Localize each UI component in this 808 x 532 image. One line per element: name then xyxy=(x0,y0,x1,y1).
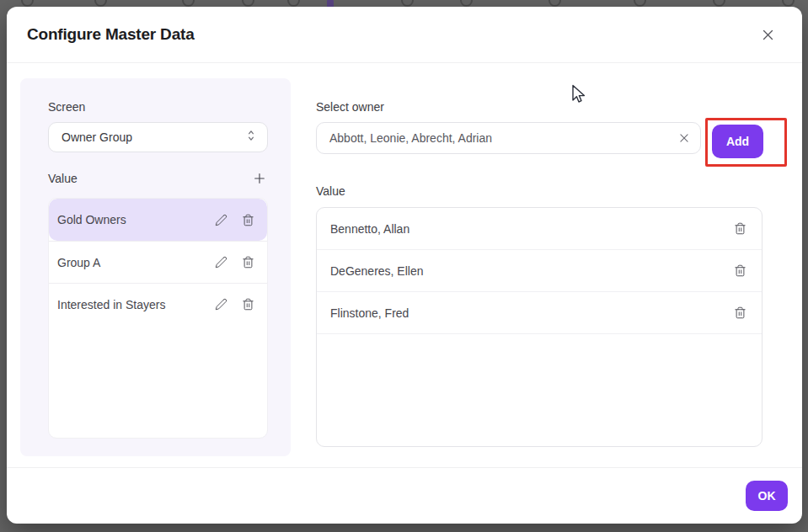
list-item[interactable]: Gold Owners xyxy=(49,199,267,241)
dialog-header: Configure Master Data xyxy=(7,7,802,63)
pencil-icon[interactable] xyxy=(213,212,229,228)
configure-master-data-dialog: Configure Master Data Screen Owner Group xyxy=(7,7,802,524)
dialog-body: Screen Owner Group Value xyxy=(7,63,802,467)
backdrop-artifact xyxy=(782,0,795,7)
trash-icon[interactable] xyxy=(732,221,748,237)
plus-icon[interactable] xyxy=(251,170,268,187)
dialog-footer: OK xyxy=(7,467,802,524)
owners-panel: Select owner Abbott, Leonie, Abrecht, Ad… xyxy=(291,78,787,467)
select-owner-label: Select owner xyxy=(316,100,787,114)
screen-select-value: Owner Group xyxy=(62,130,132,144)
backdrop-artifact xyxy=(182,0,195,7)
trash-icon[interactable] xyxy=(732,305,748,321)
backdrop-artifact xyxy=(460,0,473,7)
backdrop-artifact xyxy=(21,0,34,7)
owner-row: DeGeneres, Ellen xyxy=(317,250,762,292)
owner-row: Bennetto, Allan xyxy=(317,208,762,250)
screen-label: Screen xyxy=(48,100,268,114)
list-item[interactable]: Group A xyxy=(49,241,267,283)
owner-name: Flinstone, Fred xyxy=(330,306,409,320)
backdrop-artifact xyxy=(94,0,107,7)
list-item-label: Interested in Stayers xyxy=(57,298,165,311)
value-header: Value xyxy=(48,170,268,187)
dialog-title: Configure Master Data xyxy=(27,25,195,44)
owner-name: DeGeneres, Ellen xyxy=(330,264,424,278)
owner-input-value: Abbott, Leonie, Abrecht, Adrian xyxy=(329,131,492,145)
backdrop-artifact xyxy=(634,0,646,7)
value-label: Value xyxy=(316,184,787,198)
value-label: Value xyxy=(48,172,78,185)
clear-icon[interactable] xyxy=(677,130,692,146)
backdrop-artifact xyxy=(287,0,300,7)
trash-icon[interactable] xyxy=(732,263,748,279)
backdrop-artifact xyxy=(401,0,414,7)
owners-list: Bennetto, Allan DeGeneres, Ellen xyxy=(316,207,763,447)
trash-icon[interactable] xyxy=(240,254,256,270)
screen-select[interactable]: Owner Group xyxy=(48,122,268,152)
mouse-cursor xyxy=(570,84,588,106)
add-owner-button[interactable]: Add xyxy=(712,125,763,158)
owner-input-row: Abbott, Leonie, Abrecht, Adrian Add xyxy=(316,122,787,167)
backdrop-artifact xyxy=(242,0,254,7)
ok-button[interactable]: OK xyxy=(746,481,788,511)
trash-icon[interactable] xyxy=(240,296,256,312)
owner-row: Flinstone, Fred xyxy=(317,292,762,334)
pencil-icon[interactable] xyxy=(213,254,229,270)
owner-input[interactable]: Abbott, Leonie, Abrecht, Adrian xyxy=(316,122,701,154)
backdrop-artifact xyxy=(713,0,725,7)
list-item-label: Group A xyxy=(57,256,100,269)
list-item[interactable]: Interested in Stayers xyxy=(49,283,267,325)
trash-icon[interactable] xyxy=(240,212,256,228)
pencil-icon[interactable] xyxy=(213,296,229,312)
screen-panel: Screen Owner Group Value xyxy=(20,78,291,456)
annotation-highlight: Add xyxy=(705,118,787,167)
screen-value-list: Gold Owners xyxy=(48,198,268,439)
chevron-updown-icon xyxy=(245,129,257,146)
list-item-label: Gold Owners xyxy=(57,213,126,226)
screen: Configure Master Data Screen Owner Group xyxy=(0,0,808,532)
backdrop-artifact xyxy=(548,0,561,7)
owner-name: Bennetto, Allan xyxy=(330,222,409,236)
close-icon[interactable] xyxy=(759,26,777,44)
